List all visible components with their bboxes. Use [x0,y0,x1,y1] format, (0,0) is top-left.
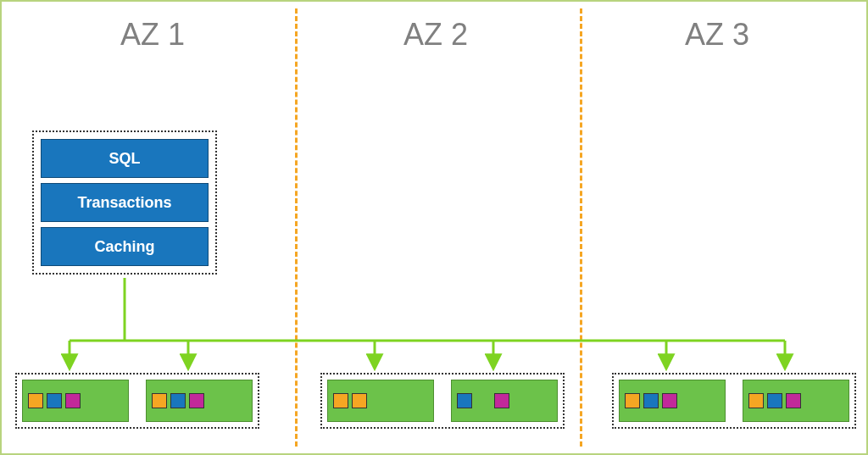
zone-divider-2 [580,8,582,447]
data-chip-blue [767,393,782,408]
layer-sql: SQL [41,139,209,178]
storage-node [22,380,129,422]
storage-node [619,380,726,422]
node-group-az2 [320,373,565,429]
layer-transactions: Transactions [41,183,209,222]
zone-label-az2: AZ 2 [403,17,468,53]
storage-node [743,380,849,422]
data-chip-magenta [662,393,677,408]
zone-label-az1: AZ 1 [120,17,185,53]
data-chip-magenta [786,393,801,408]
data-chip-orange [28,393,43,408]
data-chip-orange [352,393,367,408]
node-group-az1 [15,373,259,429]
data-chip-magenta [494,393,509,408]
data-chip-orange [625,393,640,408]
data-chip-orange [333,393,348,408]
data-chip-spacer [476,393,491,408]
zone-label-az3: AZ 3 [685,17,749,53]
data-chip-blue [457,393,472,408]
storage-node [327,380,434,422]
architecture-diagram: AZ 1 AZ 2 AZ 3 SQL Transactions Caching [0,0,868,455]
data-chip-blue [170,393,186,408]
data-chip-orange [748,393,764,408]
data-chip-magenta [189,393,204,408]
layer-caching: Caching [41,227,209,266]
service-stack: SQL Transactions Caching [32,130,217,275]
node-group-az3 [612,373,856,429]
storage-node [146,380,253,422]
data-chip-orange [152,393,167,408]
storage-node [451,380,558,422]
data-chip-magenta [65,393,81,408]
zone-divider-1 [295,8,298,447]
data-chip-blue [643,393,659,408]
data-chip-blue [47,393,62,408]
